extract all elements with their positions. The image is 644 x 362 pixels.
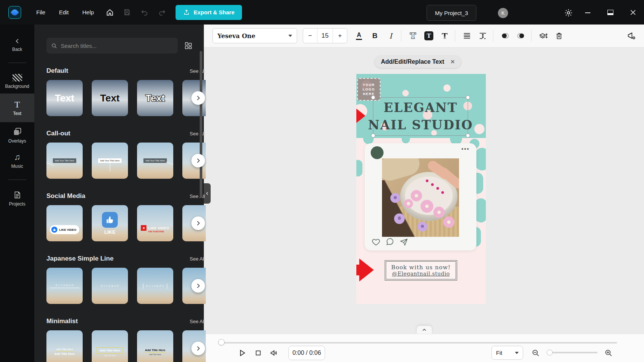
template-thumbnail[interactable]: Add Title Here Add Title Here (92, 330, 128, 362)
photo-candle (394, 213, 405, 224)
template-thumbnail[interactable]: Add Your Title Here (92, 143, 128, 179)
fit-select[interactable]: Fit (491, 346, 523, 360)
template-thumbnail[interactable]: Text (92, 80, 128, 116)
text-align-button[interactable] (460, 29, 474, 43)
template-thumbnail[interactable]: Add Title Here Add Title Here (46, 330, 83, 362)
cta-text-box[interactable]: Book with us now! @Elegantnail.studio (386, 261, 456, 279)
see-all-link[interactable]: See All (190, 319, 205, 324)
layer-order-button[interactable] (536, 29, 550, 43)
playhead[interactable] (218, 339, 225, 345)
chevron-right-icon (195, 95, 202, 101)
resize-handle[interactable] (466, 95, 470, 100)
speaker-icon (270, 348, 279, 357)
font-size-increase-button[interactable]: + (333, 29, 347, 43)
design-artboard[interactable]: YOUR LOGO HERE ELEGANT NAIL STUDIO ••• (356, 74, 486, 304)
text-fade-style-button[interactable]: T (438, 29, 452, 43)
font-size-value[interactable]: 15 (317, 29, 333, 43)
font-family-select[interactable]: Yeseva One (213, 28, 297, 43)
maximize-button[interactable] (604, 6, 617, 19)
gear-icon (564, 8, 573, 17)
text-background-style-button[interactable]: T (422, 29, 436, 43)
app-logo[interactable] (8, 6, 21, 19)
italic-button[interactable]: I (384, 29, 398, 43)
export-share-button[interactable]: Export & Share (176, 5, 242, 20)
project-title-field[interactable]: My Project_3 (427, 5, 476, 21)
template-thumbnail[interactable]: Text (46, 80, 83, 116)
template-thumbnail[interactable]: Add Title Here Add Title Here (137, 330, 173, 362)
font-size-decrease-button[interactable]: − (303, 29, 317, 43)
next-templates-button[interactable] (191, 154, 205, 167)
whats-new-button[interactable] (624, 29, 639, 43)
font-color-button[interactable]: A (352, 29, 366, 43)
canvas[interactable]: Add/Edit/Replace Text ✕ YOUR LOGO HERE (204, 48, 644, 334)
instagram-post-element[interactable]: ••• (365, 143, 476, 250)
redo-button[interactable] (155, 6, 169, 19)
template-thumbnail[interactable]: Add Your Title Here (46, 143, 83, 179)
settings-button[interactable] (562, 6, 575, 20)
sidebar-item-text[interactable]: T Text (0, 94, 34, 122)
zoom-in-button[interactable] (602, 347, 615, 359)
photo-nail (441, 191, 444, 194)
selected-text-box[interactable]: ELEGANT NAIL STUDIO (373, 97, 468, 136)
zoom-out-button[interactable] (529, 347, 542, 359)
resize-handle[interactable] (466, 133, 470, 138)
see-all-link[interactable]: See All (190, 131, 205, 137)
next-templates-button[interactable] (191, 216, 205, 230)
template-thumbnail[interactable]: タイトルを入力 (46, 268, 83, 304)
timeline-scrubber[interactable] (221, 342, 617, 344)
opacity-button[interactable] (498, 29, 512, 43)
template-thumbnail[interactable]: タイトルを入力 (137, 268, 173, 304)
search-input[interactable] (61, 43, 173, 49)
minimize-button[interactable] (581, 6, 594, 19)
blend-button[interactable] (514, 29, 528, 43)
back-button[interactable]: Back (0, 33, 34, 57)
delete-button[interactable] (552, 29, 566, 43)
next-templates-button[interactable] (191, 279, 205, 293)
see-all-link[interactable]: See All (190, 256, 205, 262)
template-thumbnail[interactable]: LIKE (92, 205, 128, 241)
zoom-slider[interactable] (548, 352, 598, 353)
text-outline-style-button[interactable]: T (406, 29, 420, 43)
avatar[interactable]: K (498, 8, 508, 18)
next-templates-button[interactable] (191, 91, 205, 105)
expand-timeline-button[interactable] (417, 326, 432, 334)
close-button[interactable] (627, 6, 639, 19)
title-text-line2[interactable]: NAIL STUDIO (368, 117, 473, 134)
grid-icon (184, 41, 193, 50)
zoom-slider-knob[interactable] (547, 350, 553, 356)
template-thumbnail[interactable]: Add Your Title Here (137, 143, 173, 179)
section-title: Social Media (46, 192, 85, 200)
sidebar-item-projects[interactable]: Projects (0, 186, 34, 211)
template-thumbnail[interactable]: Text (137, 80, 173, 116)
template-thumbnail[interactable]: タイトルを入力 (92, 268, 128, 304)
line-spacing-icon (479, 32, 487, 40)
panel-scrollbar[interactable] (200, 51, 202, 198)
line-spacing-button[interactable] (476, 29, 490, 43)
sidebar-item-music[interactable]: ♫ Music (0, 148, 34, 173)
see-all-link[interactable]: See All (190, 193, 205, 199)
photo-nail (426, 179, 428, 182)
title-text-line1[interactable]: ELEGANT (384, 99, 458, 117)
bold-button[interactable]: B (368, 29, 382, 43)
volume-button[interactable] (268, 347, 280, 359)
sidebar-item-background[interactable]: Background (0, 69, 34, 94)
thumbnail-label: Add Your Title Here (98, 158, 122, 163)
overview-grid-button[interactable] (183, 40, 194, 51)
resize-handle[interactable] (371, 95, 375, 100)
tooltip-label: Add/Edit/Replace Text (381, 58, 444, 65)
tooltip-close-icon[interactable]: ✕ (450, 58, 455, 65)
resize-handle[interactable] (371, 133, 375, 138)
template-thumbnail[interactable]: LIKE VIDEO (46, 205, 83, 241)
play-button[interactable] (236, 347, 248, 359)
menu-file[interactable]: File (31, 6, 51, 18)
template-thumbnail[interactable]: ♥ LIKE VIDEO AND SUBSCRIBE (137, 205, 173, 241)
menu-edit[interactable]: Edit (54, 6, 74, 18)
see-all-link[interactable]: See All (190, 68, 205, 74)
next-templates-button[interactable] (191, 342, 205, 355)
undo-button[interactable] (138, 6, 151, 19)
menu-help[interactable]: Help (77, 6, 99, 18)
stop-button[interactable] (252, 347, 265, 359)
sidebar-item-overlays[interactable]: Overlays (0, 122, 34, 148)
save-button[interactable] (120, 6, 134, 19)
home-button[interactable] (103, 6, 117, 19)
